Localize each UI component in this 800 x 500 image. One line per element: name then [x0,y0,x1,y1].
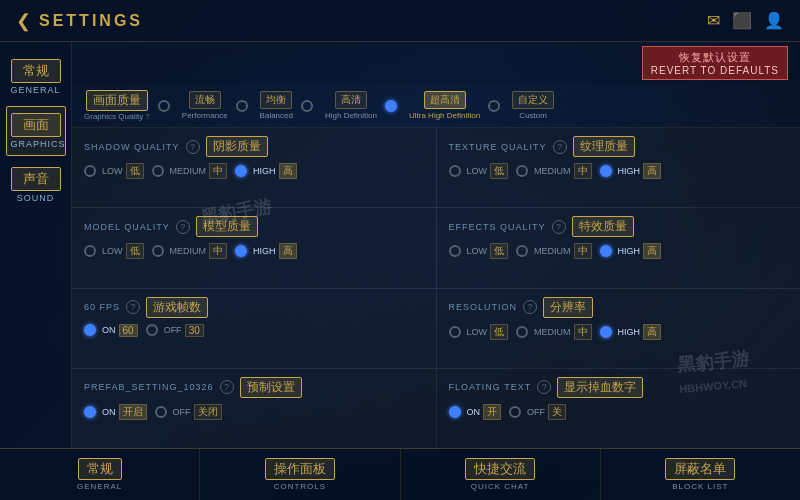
prefab-on[interactable]: ON开启 [84,404,147,420]
nav-quickchat[interactable]: 快捷交流 QUICK CHAT [401,449,601,500]
model-label-en: MODEL QUALITY [84,222,170,232]
effects-medium[interactable]: MEDIUM中 [516,243,592,259]
model-quality-cell: MODEL QUALITY ? 模型质量 LOW低 MEDIUM中 HIGH高 [72,208,436,287]
profile-icon[interactable]: 👤 [764,11,784,30]
prefab-label-cn: 预制设置 [240,377,302,398]
shadow-med-cn: 中 [209,163,227,179]
sidebar-sound-cn: 声音 [11,167,61,191]
floating-off[interactable]: OFF关 [509,404,566,420]
shadow-options: LOW低 MEDIUM中 HIGH高 [84,163,424,179]
quality-uhd[interactable]: 超高清 Ultra High Definition [385,91,480,120]
shadow-medium[interactable]: MEDIUM中 [152,163,228,179]
nav-general[interactable]: 常规 GENERAL [0,449,200,500]
radio-hd [301,100,313,112]
texture-quality-cell: TEXTURE QUALITY ? 纹理质量 LOW低 MEDIUM中 HIGH… [437,128,801,207]
resolution-high[interactable]: HIGH高 [600,324,662,340]
nav-quickchat-cn: 快捷交流 [465,458,535,480]
effects-quality-cell: EFFECTS QUALITY ? 特效质量 LOW低 MEDIUM中 HIGH… [437,208,801,287]
fps-label-en: 60 FPS [84,302,120,312]
graphics-quality-row: 画面质量 Graphics Quality ? 流畅 Performance 均… [72,84,800,128]
prefab-cell: PREFAB_SETTING_10326 ? 预制设置 ON开启 OFF关闭 [72,369,436,448]
effects-low[interactable]: LOW低 [449,243,509,259]
quality-option-uhd: 超高清 Ultra High Definition [409,91,480,120]
effects-info-icon: ? [552,220,566,234]
header: ❮ SETTINGS ✉ ⬛ 👤 [0,0,800,42]
model-info-icon: ? [176,220,190,234]
fps-header: 60 FPS ? 游戏帧数 [84,297,424,318]
effects-options: LOW低 MEDIUM中 HIGH高 [449,243,789,259]
shadow-low-en: LOW [102,166,123,176]
mail-icon[interactable]: ✉ [707,11,720,30]
quality-option-balanced: 均衡 Balanced [260,91,293,120]
floating-text-cell: FLOATING TEXT ? 显示掉血数字 ON开 OFF关 [437,369,801,448]
shadow-low[interactable]: LOW低 [84,163,144,179]
radio-balanced [236,100,248,112]
radio-uhd [385,100,397,112]
model-high[interactable]: HIGH高 [235,243,297,259]
revert-en: REVERT TO DEFAULTS [651,65,779,76]
shadow-info-icon: ? [186,140,200,154]
shadow-label-en: SHADOW QUALITY [84,142,180,152]
sidebar-item-sound[interactable]: 声音 SOUND [6,160,66,210]
quality-performance[interactable]: 流畅 Performance [158,91,228,120]
sidebar: 常规 GENERAL 画面 GRAPHICS 声音 SOUND [0,42,72,448]
settings-grid: SHADOW QUALITY ? 阴影质量 LOW低 MEDIUM中 HIGH高… [72,128,800,448]
texture-info-icon: ? [553,140,567,154]
effects-high[interactable]: HIGH高 [600,243,662,259]
revert-button[interactable]: 恢复默认设置 REVERT TO DEFAULTS [642,46,788,80]
quality-hd[interactable]: 高清 High Definition [301,91,377,120]
model-label-cn: 模型质量 [196,216,258,237]
nav-controls-cn: 操作面板 [265,458,335,480]
floating-text-header: FLOATING TEXT ? 显示掉血数字 [449,377,789,398]
shadow-high-cn: 高 [279,163,297,179]
sidebar-graphics-cn: 画面 [11,113,61,137]
chat-icon[interactable]: ⬛ [732,11,752,30]
effects-label-en: EFFECTS QUALITY [449,222,546,232]
prefab-options: ON开启 OFF关闭 [84,404,424,420]
floating-label-cn: 显示掉血数字 [557,377,643,398]
fps-on[interactable]: ON60 [84,324,138,337]
nav-blocklist[interactable]: 屏蔽名单 BLOCK LIST [601,449,800,500]
model-medium[interactable]: MEDIUM中 [152,243,228,259]
content-area: 恢复默认设置 REVERT TO DEFAULTS 画面质量 Graphics … [72,42,800,448]
page-title: SETTINGS [39,12,143,30]
prefab-off[interactable]: OFF关闭 [155,404,222,420]
texture-label-en: TEXTURE QUALITY [449,142,547,152]
shadow-quality-cell: SHADOW QUALITY ? 阴影质量 LOW低 MEDIUM中 HIGH高 [72,128,436,207]
sidebar-item-graphics[interactable]: 画面 GRAPHICS [6,106,66,156]
quality-balanced[interactable]: 均衡 Balanced [236,91,293,120]
texture-high[interactable]: HIGH高 [600,163,662,179]
texture-options: LOW低 MEDIUM中 HIGH高 [449,163,789,179]
header-icons: ✉ ⬛ 👤 [707,11,784,30]
nav-controls[interactable]: 操作面板 CONTROLS [200,449,400,500]
nav-general-en: GENERAL [77,482,122,491]
model-low[interactable]: LOW低 [84,243,144,259]
nav-blocklist-cn: 屏蔽名单 [665,458,735,480]
texture-medium[interactable]: MEDIUM中 [516,163,592,179]
resolution-label-en: RESOLUTION [449,302,518,312]
sidebar-general-en: GENERAL [11,85,61,95]
back-icon[interactable]: ❮ [16,10,31,32]
nav-general-cn: 常规 [78,458,122,480]
shadow-med-en: MEDIUM [170,166,207,176]
resolution-low[interactable]: LOW低 [449,324,509,340]
shadow-high[interactable]: HIGH高 [235,163,297,179]
quality-custom[interactable]: 自定义 Custom [488,91,554,120]
texture-low[interactable]: LOW低 [449,163,509,179]
main-layout: 常规 GENERAL 画面 GRAPHICS 声音 SOUND 恢复默认设置 R… [0,42,800,448]
texture-quality-header: TEXTURE QUALITY ? 纹理质量 [449,136,789,157]
floating-on[interactable]: ON开 [449,404,502,420]
quality-option-custom: 自定义 Custom [512,91,554,120]
texture-label-cn: 纹理质量 [573,136,635,157]
prefab-header: PREFAB_SETTING_10326 ? 预制设置 [84,377,424,398]
quality-option-performance: 流畅 Performance [182,91,228,120]
revert-cn: 恢复默认设置 [679,50,751,65]
revert-bar: 恢复默认设置 REVERT TO DEFAULTS [72,42,800,84]
effects-label-cn: 特效质量 [572,216,634,237]
fps-off[interactable]: OFF30 [146,324,204,337]
resolution-medium[interactable]: MEDIUM中 [516,324,592,340]
sidebar-item-general[interactable]: 常规 GENERAL [6,52,66,102]
quality-option-hd: 高清 High Definition [325,91,377,120]
fps-options: ON60 OFF30 [84,324,424,337]
effects-quality-header: EFFECTS QUALITY ? 特效质量 [449,216,789,237]
